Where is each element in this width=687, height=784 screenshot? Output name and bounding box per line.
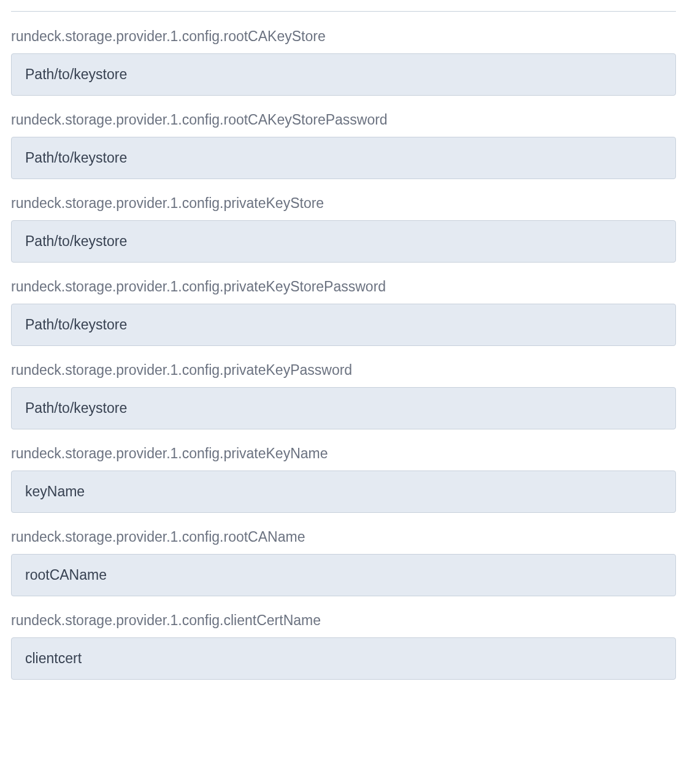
field-label: rundeck.storage.provider.1.config.privat… — [11, 195, 676, 212]
field-label: rundeck.storage.provider.1.config.client… — [11, 612, 676, 629]
field-root-ca-name: rundeck.storage.provider.1.config.rootCA… — [11, 529, 676, 596]
field-client-cert-name: rundeck.storage.provider.1.config.client… — [11, 612, 676, 680]
root-ca-keystore-input[interactable] — [11, 53, 676, 96]
root-ca-keystore-password-input[interactable] — [11, 137, 676, 179]
field-label: rundeck.storage.provider.1.config.privat… — [11, 362, 676, 379]
client-cert-name-input[interactable] — [11, 637, 676, 680]
private-key-password-input[interactable] — [11, 387, 676, 429]
field-root-ca-keystore: rundeck.storage.provider.1.config.rootCA… — [11, 28, 676, 96]
private-key-name-input[interactable] — [11, 471, 676, 513]
field-root-ca-keystore-password: rundeck.storage.provider.1.config.rootCA… — [11, 112, 676, 179]
field-label: rundeck.storage.provider.1.config.privat… — [11, 445, 676, 462]
top-divider — [11, 11, 676, 12]
field-label: rundeck.storage.provider.1.config.rootCA… — [11, 529, 676, 545]
field-private-keystore-password: rundeck.storage.provider.1.config.privat… — [11, 279, 676, 346]
field-label: rundeck.storage.provider.1.config.rootCA… — [11, 28, 676, 45]
root-ca-name-input[interactable] — [11, 554, 676, 596]
field-private-keystore: rundeck.storage.provider.1.config.privat… — [11, 195, 676, 263]
private-keystore-password-input[interactable] — [11, 304, 676, 346]
field-label: rundeck.storage.provider.1.config.privat… — [11, 279, 676, 295]
field-private-key-name: rundeck.storage.provider.1.config.privat… — [11, 445, 676, 513]
private-keystore-input[interactable] — [11, 220, 676, 263]
field-label: rundeck.storage.provider.1.config.rootCA… — [11, 112, 676, 128]
field-private-key-password: rundeck.storage.provider.1.config.privat… — [11, 362, 676, 429]
